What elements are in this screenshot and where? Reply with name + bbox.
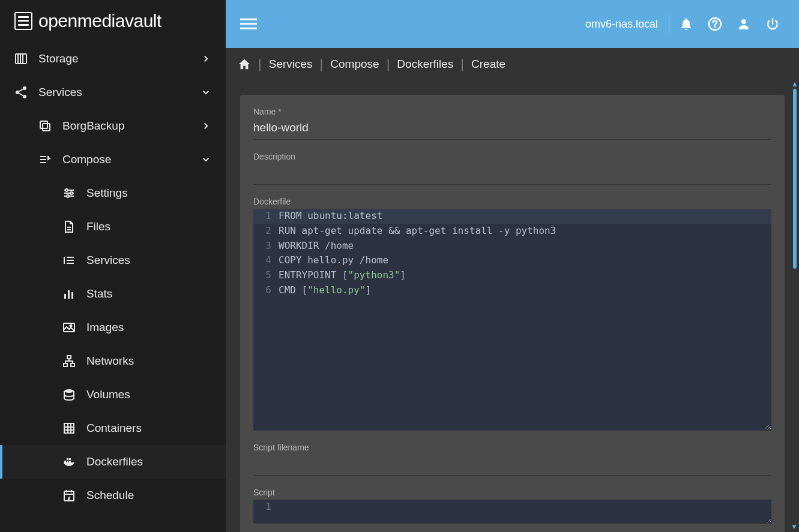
scroll-down-icon: ▼ [791,522,798,531]
list-icon [61,253,77,268]
app-name: openmediavault [38,11,161,31]
chevron-down-icon [199,86,213,99]
description-label: Description [253,152,771,161]
sidebar-item-settings[interactable]: Settings [0,176,226,210]
storage-icon [13,51,29,67]
sidebar-item-containers[interactable]: Containers [0,411,226,445]
svg-point-6 [23,95,26,98]
dockerfile-label: Dockerfile [253,197,771,206]
sidebar-item-networks[interactable]: Networks [0,344,226,378]
svg-point-17 [67,195,69,197]
svg-point-28 [70,325,72,327]
sidebar-item-label: Networks [86,354,134,368]
help-icon[interactable] [701,10,729,38]
svg-rect-39 [67,461,68,462]
sidebar-item-label: Compose [62,153,111,166]
svg-rect-41 [67,458,68,460]
svg-rect-48 [240,23,257,25]
dockerfile-editor[interactable]: 1FROM ubuntu:latest2RUN apt-get update &… [253,209,771,431]
content-scroll[interactable]: ▲ Name * Description Dockerfile 1FROM ub… [226,80,799,532]
home-icon[interactable] [238,58,251,71]
menu-button[interactable] [238,13,259,35]
scroll-indicator: ▲ [791,80,799,269]
sidebar: openmediavault StorageServicesBorgBackup… [0,0,226,532]
svg-rect-33 [64,423,74,433]
svg-rect-40 [69,461,71,462]
chevron-down-icon [199,153,213,166]
notifications-icon[interactable] [672,10,701,38]
chevron-right-icon [199,119,213,133]
main: omv6-nas.local | Services | Compose | Do… [226,0,799,532]
calendar-icon [61,488,77,503]
sidebar-item-volumes[interactable]: Volumes [0,378,226,411]
logo-icon [14,12,32,30]
sidebar-item-schedule[interactable]: Schedule [0,479,226,512]
docker-icon [61,454,77,470]
svg-rect-26 [71,292,73,299]
tune-icon [61,185,77,201]
name-label: Name * [253,107,771,116]
sidebar-item-files[interactable]: Files [0,210,226,244]
description-input[interactable] [253,164,771,185]
svg-rect-8 [43,124,50,131]
sidebar-item-label: Volumes [86,388,130,401]
svg-point-52 [741,19,746,24]
svg-point-16 [70,192,73,194]
image-icon [61,320,77,335]
form-card: Name * Description Dockerfile 1FROM ubun… [240,95,785,532]
sidebar-item-label: Files [86,220,110,233]
hostname[interactable]: omv6-nas.local [577,18,666,31]
user-icon[interactable] [729,10,758,38]
logo[interactable]: openmediavault [0,0,226,40]
volumes-icon [61,387,77,402]
network-icon [61,353,77,369]
sidebar-item-label: Stats [86,287,112,300]
sidebar-item-storage[interactable]: Storage [0,42,226,76]
sidebar-item-dockerfiles[interactable]: Dockerfiles [0,445,226,479]
sidebar-item-label: Settings [86,187,128,200]
nav: StorageServicesBorgBackupComposeSettings… [0,40,226,532]
svg-rect-38 [64,461,66,462]
bars-icon [61,286,77,302]
crumb-dockerfiles[interactable]: Dockerfiles [397,58,453,71]
power-icon[interactable] [758,10,787,38]
sidebar-item-label: Containers [86,422,142,435]
svg-rect-30 [64,363,67,366]
breadcrumb: | Services | Compose | Dockerfiles | Cre… [226,48,799,80]
resize-handle-icon[interactable] [762,420,770,429]
share-icon [13,85,29,100]
name-input[interactable] [253,119,771,140]
sidebar-item-services[interactable]: Services [0,76,226,109]
svg-rect-25 [68,290,70,299]
svg-rect-49 [240,28,257,29]
sidebar-item-borgbackup[interactable]: BorgBackup [0,109,226,143]
script-label: Script [253,488,771,497]
grid-icon [61,420,77,436]
script-editor[interactable]: 1 [253,500,771,524]
sidebar-item-services[interactable]: Services [0,244,226,277]
chevron-right-icon [199,52,213,65]
crumb-compose[interactable]: Compose [330,58,379,71]
svg-point-51 [715,27,716,28]
crumb-create[interactable]: Create [471,58,505,71]
svg-rect-47 [240,19,257,20]
sidebar-item-images[interactable]: Images [0,311,226,344]
svg-rect-29 [67,356,71,359]
script-filename-label: Script filename [253,443,771,452]
svg-rect-31 [71,363,74,366]
svg-point-5 [16,91,19,94]
svg-rect-42 [69,458,71,460]
sidebar-item-stats[interactable]: Stats [0,277,226,311]
svg-point-32 [64,389,74,393]
compose-icon [37,152,53,167]
svg-point-4 [23,86,26,90]
sidebar-item-label: Images [86,321,124,334]
script-filename-input[interactable] [253,455,771,476]
svg-point-15 [65,189,68,191]
file-icon [61,219,77,235]
sidebar-item-label: BorgBackup [62,119,125,133]
svg-rect-7 [40,121,47,128]
sidebar-item-compose[interactable]: Compose [0,143,226,176]
crumb-services[interactable]: Services [269,58,313,71]
borg-icon [37,118,53,134]
